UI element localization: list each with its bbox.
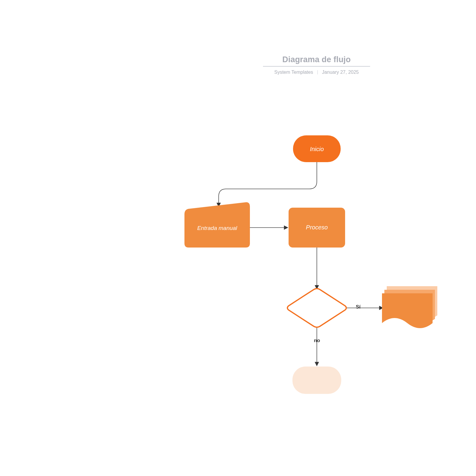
flowchart-svg: [0, 0, 476, 476]
node-start[interactable]: [293, 135, 341, 162]
node-multi-document[interactable]: [382, 286, 437, 328]
node-decision[interactable]: [287, 289, 346, 327]
node-process[interactable]: [289, 208, 345, 248]
diagram-canvas: Diagrama de flujo System Templates Janua…: [0, 0, 476, 476]
edge-start-to-manual: [219, 162, 317, 206]
node-end[interactable]: [292, 367, 341, 394]
node-manual-input[interactable]: [184, 202, 250, 248]
